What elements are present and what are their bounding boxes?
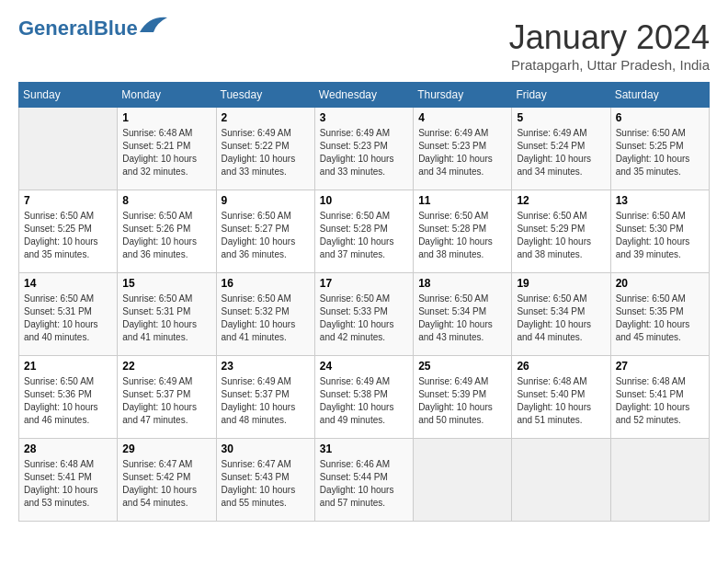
cell-content: Sunrise: 6:50 AM Sunset: 5:33 PM Dayligh…: [320, 293, 408, 344]
daylight-text: Daylight: 10 hours and 46 minutes.: [24, 401, 112, 427]
sunrise-text: Sunrise: 6:49 AM: [122, 375, 210, 388]
cell-content: Sunrise: 6:50 AM Sunset: 5:36 PM Dayligh…: [24, 375, 112, 427]
sunset-text: Sunset: 5:37 PM: [222, 388, 310, 401]
sunset-text: Sunset: 5:23 PM: [320, 140, 408, 153]
daylight-text: Daylight: 10 hours and 57 minutes.: [320, 484, 408, 510]
cell-content: Sunrise: 6:49 AM Sunset: 5:37 PM Dayligh…: [122, 375, 210, 427]
sunrise-text: Sunrise: 6:48 AM: [122, 127, 210, 140]
sunrise-text: Sunrise: 6:49 AM: [320, 375, 408, 388]
daylight-text: Daylight: 10 hours and 38 minutes.: [418, 236, 506, 261]
header-wednesday: Wednesday: [314, 83, 413, 108]
header-thursday: Thursday: [414, 83, 512, 108]
cell-content: Sunrise: 6:49 AM Sunset: 5:23 PM Dayligh…: [320, 127, 408, 178]
daylight-text: Daylight: 10 hours and 36 minutes.: [122, 236, 210, 261]
calendar-week-row: 1 Sunrise: 6:48 AM Sunset: 5:21 PM Dayli…: [19, 108, 710, 190]
daylight-text: Daylight: 10 hours and 55 minutes.: [222, 484, 310, 510]
day-number: 22: [122, 360, 210, 373]
calendar-cell: 24 Sunrise: 6:49 AM Sunset: 5:38 PM Dayl…: [314, 356, 413, 439]
calendar-cell: [414, 439, 512, 522]
sunrise-text: Sunrise: 6:50 AM: [517, 293, 605, 305]
sunrise-text: Sunrise: 6:46 AM: [320, 458, 408, 471]
logo-blue: Blue: [94, 17, 138, 40]
cell-content: Sunrise: 6:50 AM Sunset: 5:31 PM Dayligh…: [122, 293, 210, 344]
sunset-text: Sunset: 5:41 PM: [24, 471, 112, 484]
calendar-cell: 7 Sunrise: 6:50 AM Sunset: 5:25 PM Dayli…: [19, 190, 118, 273]
sunset-text: Sunset: 5:34 PM: [418, 305, 506, 318]
sunset-text: Sunset: 5:40 PM: [517, 388, 605, 401]
sunset-text: Sunset: 5:23 PM: [418, 140, 506, 153]
sunset-text: Sunset: 5:33 PM: [320, 305, 408, 318]
daylight-text: Daylight: 10 hours and 35 minutes.: [24, 236, 112, 261]
day-number: 30: [222, 442, 310, 455]
day-number: 19: [517, 277, 605, 290]
sunrise-text: Sunrise: 6:49 AM: [418, 127, 506, 140]
sunrise-text: Sunrise: 6:49 AM: [222, 375, 310, 388]
sunset-text: Sunset: 5:36 PM: [24, 388, 112, 401]
calendar-week-row: 28 Sunrise: 6:48 AM Sunset: 5:41 PM Dayl…: [19, 439, 710, 522]
month-title: January 2024: [509, 18, 710, 57]
location-subtitle: Pratapgarh, Uttar Pradesh, India: [509, 57, 710, 73]
calendar-cell: 30 Sunrise: 6:47 AM Sunset: 5:43 PM Dayl…: [216, 439, 314, 522]
header-monday: Monday: [118, 83, 216, 108]
sunrise-text: Sunrise: 6:50 AM: [24, 293, 112, 305]
calendar-cell: 10 Sunrise: 6:50 AM Sunset: 5:28 PM Dayl…: [314, 190, 413, 273]
day-number: 25: [418, 360, 506, 373]
sunrise-text: Sunrise: 6:50 AM: [24, 210, 112, 223]
calendar-cell: 23 Sunrise: 6:49 AM Sunset: 5:37 PM Dayl…: [216, 356, 314, 439]
day-number: 16: [222, 277, 310, 290]
logo-wing-icon: [140, 16, 167, 34]
sunrise-text: Sunrise: 6:48 AM: [24, 458, 112, 471]
calendar-cell: 15 Sunrise: 6:50 AM Sunset: 5:31 PM Dayl…: [118, 273, 216, 356]
calendar-cell: 11 Sunrise: 6:50 AM Sunset: 5:28 PM Dayl…: [414, 190, 512, 273]
sunset-text: Sunset: 5:27 PM: [222, 223, 310, 236]
daylight-text: Daylight: 10 hours and 41 minutes.: [122, 318, 210, 344]
calendar-cell: 12 Sunrise: 6:50 AM Sunset: 5:29 PM Dayl…: [512, 190, 610, 273]
sunrise-text: Sunrise: 6:49 AM: [517, 127, 605, 140]
daylight-text: Daylight: 10 hours and 36 minutes.: [222, 236, 310, 261]
sunset-text: Sunset: 5:39 PM: [418, 388, 506, 401]
calendar-cell: 9 Sunrise: 6:50 AM Sunset: 5:27 PM Dayli…: [216, 190, 314, 273]
cell-content: Sunrise: 6:50 AM Sunset: 5:30 PM Dayligh…: [616, 210, 704, 261]
daylight-text: Daylight: 10 hours and 43 minutes.: [418, 318, 506, 344]
day-number: 14: [24, 277, 112, 290]
header-tuesday: Tuesday: [216, 83, 314, 108]
calendar-cell: 4 Sunrise: 6:49 AM Sunset: 5:23 PM Dayli…: [414, 108, 512, 190]
calendar-cell: [512, 439, 610, 522]
sunrise-text: Sunrise: 6:49 AM: [418, 375, 506, 388]
sunrise-text: Sunrise: 6:48 AM: [616, 375, 704, 388]
day-number: 15: [122, 277, 210, 290]
calendar-cell: 22 Sunrise: 6:49 AM Sunset: 5:37 PM Dayl…: [118, 356, 216, 439]
cell-content: Sunrise: 6:46 AM Sunset: 5:44 PM Dayligh…: [320, 458, 408, 510]
calendar-cell: 16 Sunrise: 6:50 AM Sunset: 5:32 PM Dayl…: [216, 273, 314, 356]
day-number: 1: [122, 111, 210, 124]
daylight-text: Daylight: 10 hours and 42 minutes.: [320, 318, 408, 344]
cell-content: Sunrise: 6:50 AM Sunset: 5:27 PM Dayligh…: [222, 210, 310, 261]
cell-content: Sunrise: 6:48 AM Sunset: 5:41 PM Dayligh…: [616, 375, 704, 427]
calendar-cell: 18 Sunrise: 6:50 AM Sunset: 5:34 PM Dayl…: [414, 273, 512, 356]
sunrise-text: Sunrise: 6:50 AM: [320, 293, 408, 305]
daylight-text: Daylight: 10 hours and 37 minutes.: [320, 236, 408, 261]
sunset-text: Sunset: 5:26 PM: [122, 223, 210, 236]
daylight-text: Daylight: 10 hours and 35 minutes.: [616, 153, 704, 178]
sunset-text: Sunset: 5:35 PM: [616, 305, 704, 318]
sunrise-text: Sunrise: 6:47 AM: [222, 458, 310, 471]
daylight-text: Daylight: 10 hours and 40 minutes.: [24, 318, 112, 344]
logo-text: GeneralBlue: [18, 18, 138, 39]
cell-content: Sunrise: 6:50 AM Sunset: 5:34 PM Dayligh…: [418, 293, 506, 344]
calendar-cell: 3 Sunrise: 6:49 AM Sunset: 5:23 PM Dayli…: [314, 108, 413, 190]
sunrise-text: Sunrise: 6:50 AM: [616, 127, 704, 140]
calendar-cell: 26 Sunrise: 6:48 AM Sunset: 5:40 PM Dayl…: [512, 356, 610, 439]
sunrise-text: Sunrise: 6:49 AM: [222, 127, 310, 140]
calendar-cell: 6 Sunrise: 6:50 AM Sunset: 5:25 PM Dayli…: [610, 108, 709, 190]
calendar-cell: 13 Sunrise: 6:50 AM Sunset: 5:30 PM Dayl…: [610, 190, 709, 273]
cell-content: Sunrise: 6:50 AM Sunset: 5:26 PM Dayligh…: [122, 210, 210, 261]
calendar-cell: 27 Sunrise: 6:48 AM Sunset: 5:41 PM Dayl…: [610, 356, 709, 439]
calendar-cell: 1 Sunrise: 6:48 AM Sunset: 5:21 PM Dayli…: [118, 108, 216, 190]
sunset-text: Sunset: 5:30 PM: [616, 223, 704, 236]
daylight-text: Daylight: 10 hours and 39 minutes.: [616, 236, 704, 261]
sunset-text: Sunset: 5:24 PM: [517, 140, 605, 153]
day-number: 28: [24, 442, 112, 455]
daylight-text: Daylight: 10 hours and 54 minutes.: [122, 484, 210, 510]
calendar-cell: 19 Sunrise: 6:50 AM Sunset: 5:34 PM Dayl…: [512, 273, 610, 356]
calendar-cell: [19, 108, 118, 190]
